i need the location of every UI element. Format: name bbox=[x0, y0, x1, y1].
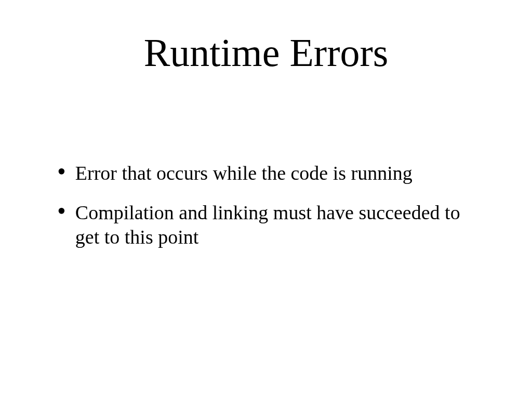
bullet-icon: • bbox=[57, 198, 66, 223]
list-item: • Error that occurs while the code is ru… bbox=[57, 161, 483, 186]
slide-title: Runtime Errors bbox=[0, 30, 532, 75]
bullet-text: Error that occurs while the code is runn… bbox=[75, 161, 483, 186]
slide-body: • Error that occurs while the code is ru… bbox=[57, 161, 483, 264]
bullet-icon: • bbox=[57, 159, 66, 184]
slide: Runtime Errors • Error that occurs while… bbox=[0, 0, 532, 399]
list-item: • Compilation and linking must have succ… bbox=[57, 201, 483, 250]
bullet-text: Compilation and linking must have succee… bbox=[75, 201, 483, 250]
